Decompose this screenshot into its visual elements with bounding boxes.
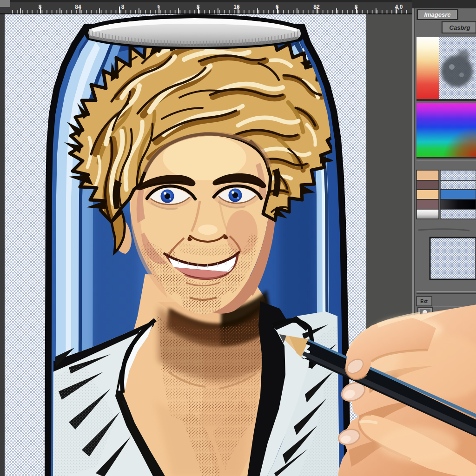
svg-text:8: 8 bbox=[121, 4, 125, 10]
svg-text:82: 82 bbox=[313, 4, 320, 10]
svg-text:8: 8 bbox=[39, 4, 42, 10]
svg-text:Imagesrc: Imagesrc bbox=[424, 11, 451, 18]
svg-text:4,0: 4,0 bbox=[395, 4, 403, 10]
svg-text:6: 6 bbox=[276, 4, 279, 10]
svg-text:8: 8 bbox=[197, 4, 200, 10]
svg-text:Casbrg: Casbrg bbox=[450, 24, 470, 31]
svg-text:9: 9 bbox=[157, 4, 159, 9]
svg-text:84: 84 bbox=[75, 4, 81, 10]
svg-text:8: 8 bbox=[355, 4, 358, 10]
svg-text:16: 16 bbox=[233, 4, 240, 10]
svg-text:Ext: Ext bbox=[420, 299, 428, 304]
